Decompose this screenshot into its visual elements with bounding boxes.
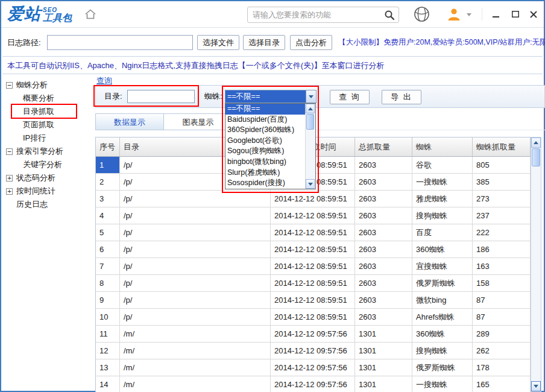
minimize-button[interactable] — [490, 9, 503, 20]
table-cell: 6 — [96, 241, 120, 258]
table-cell: 360蜘蛛 — [412, 326, 473, 343]
sidebar-item-time-stats[interactable]: +按时间统计 — [6, 185, 93, 198]
table-cell: 2603 — [355, 191, 412, 207]
dropdown-option[interactable]: ==不限== — [225, 104, 305, 115]
sidebar-item-status-code[interactable]: +状态码分析 — [6, 171, 93, 185]
dropdown-option[interactable]: Sosospider(搜搜) — [225, 178, 305, 189]
log-toolbar: 日志路径: 选择文件 选择目录 点击分析 【大小限制】免费用户:20M,爱站学员… — [2, 28, 543, 57]
table-cell: 5 — [96, 224, 120, 241]
chevron-down-icon[interactable] — [467, 13, 471, 16]
collapse-icon[interactable]: − — [6, 82, 13, 89]
table-row[interactable]: 12/m/2014-12-12 09:57:561301搜狗蜘蛛262 — [96, 343, 531, 359]
sidebar-item-keyword-analysis[interactable]: 关键字分析 — [6, 158, 93, 171]
dropdown-option[interactable]: Googlebot(谷歌) — [225, 136, 305, 147]
query-button[interactable]: 查 询 — [330, 90, 370, 104]
sidebar-item-ip-rank[interactable]: IP排行 — [6, 131, 93, 145]
sidebar-item-summary-analysis[interactable]: 概要分析 — [6, 92, 93, 105]
sidebar-item-page-crawl[interactable]: 页面抓取 — [6, 118, 93, 131]
dropdown-option[interactable]: bingbot(微软bing) — [225, 157, 305, 168]
table-row[interactable]: 7/p/2014-12-12 08:59:512603宜搜蜘蛛163 — [96, 258, 531, 275]
table-cell: 2 — [96, 174, 120, 191]
table-row[interactable]: 8/p/2014-12-12 08:59:512603俄罗斯蜘蛛158 — [96, 275, 531, 292]
table-row[interactable]: 6/p/2014-12-12 08:59:512603360蜘蛛186 — [96, 241, 531, 258]
log-path-input[interactable] — [47, 35, 193, 50]
user-icon[interactable] — [446, 7, 462, 24]
logo-text-primary: 爱站 — [7, 5, 41, 23]
table-cell: 1 — [96, 157, 120, 174]
sidebar-item-spider-analysis[interactable]: −蜘蛛分析 — [6, 78, 93, 92]
table-cell: /p/ — [120, 224, 271, 241]
table-cell: 165 — [473, 376, 531, 392]
select-dir-button[interactable]: 选择目录 — [243, 35, 285, 50]
combo-arrow-icon[interactable] — [306, 90, 316, 103]
table-cell: 163 — [473, 258, 531, 275]
table-row[interactable]: 13/m/2014-12-12 09:57:561301俄罗斯蜘蛛178 — [96, 359, 531, 376]
table-row[interactable]: 9/p/2014-12-12 08:59:512603微软bing87 — [96, 292, 531, 309]
dropdown-option[interactable]: Sogou(搜狗蜘蛛) — [225, 146, 305, 157]
table-cell: 1301 — [355, 343, 412, 359]
table-cell: 2014-12-12 08:59:51 — [271, 241, 355, 258]
sidebar-item-engine-analysis[interactable]: −搜索引擎分析 — [6, 145, 93, 158]
scrollbar-thumb[interactable] — [532, 148, 540, 166]
dropdown-scroll-up-icon[interactable] — [306, 104, 315, 113]
function-search-box — [247, 7, 399, 23]
table-cell: 2014-12-12 08:59:51 — [271, 309, 355, 326]
dir-label: 目录: — [104, 86, 122, 107]
spider-select[interactable]: ==不限== — [225, 90, 317, 103]
query-bar: 目录: 蜘蛛: ==不限== 查 询 导 出 — [95, 85, 545, 108]
expand-icon[interactable]: + — [6, 175, 13, 182]
sidebar-item-dir-crawl[interactable]: 目录抓取 — [6, 105, 93, 118]
table-row[interactable]: 3/p/2014-12-12 08:59:512603雅虎蜘蛛273 — [96, 191, 531, 207]
table-cell: 222 — [473, 224, 531, 241]
search-icon[interactable] — [380, 10, 399, 21]
globe-icon[interactable] — [414, 6, 430, 25]
dropdown-scrollbar-thumb[interactable] — [306, 114, 314, 130]
tab-chart-display[interactable]: 图表显示 — [164, 113, 233, 130]
home-icon[interactable] — [84, 8, 98, 21]
table-row[interactable]: 11/m/2014-12-12 09:57:561301360蜘蛛289 — [96, 326, 531, 343]
dropdown-option[interactable]: Slurp(雅虎蜘蛛) — [225, 168, 305, 179]
scroll-down-icon[interactable] — [531, 381, 541, 391]
analyze-button[interactable]: 点击分析 — [290, 35, 332, 50]
select-file-button[interactable]: 选择文件 — [197, 35, 239, 50]
table-row[interactable]: 14/m/2014-12-12 09:57:561301一搜蜘蛛165 — [96, 376, 531, 392]
dropdown-scroll-down-icon[interactable] — [306, 179, 315, 189]
export-button[interactable]: 导 出 — [382, 90, 421, 104]
scroll-up-icon[interactable] — [531, 138, 541, 148]
table-cell: 385 — [473, 174, 531, 191]
tab-data-display[interactable]: 数据显示 — [95, 113, 164, 130]
close-button[interactable] — [527, 9, 540, 20]
expand-icon[interactable]: + — [6, 188, 13, 195]
table-cell: 2603 — [355, 157, 412, 174]
table-cell: 2603 — [355, 241, 412, 258]
table-cell: 87 — [473, 292, 531, 309]
table-cell: 2603 — [355, 275, 412, 292]
collapse-icon[interactable]: − — [6, 148, 13, 155]
table-scrollbar[interactable] — [531, 137, 541, 392]
table-row[interactable]: 5/p/2014-12-12 08:59:512603百度222 — [96, 224, 531, 241]
table-row[interactable]: 4/p/2014-12-12 08:59:512603搜狗蜘蛛237 — [96, 207, 531, 224]
dropdown-option[interactable]: 360Spider(360蜘蛛) — [225, 125, 305, 136]
dir-input[interactable] — [127, 90, 195, 103]
table-cell: 2603 — [355, 224, 412, 241]
table-cell: 237 — [473, 207, 531, 224]
column-header: 总抓取量 — [355, 138, 412, 157]
query-section-label[interactable]: 查询 — [96, 75, 112, 86]
sidebar-item-history-log[interactable]: 历史日志 — [6, 198, 93, 211]
table-cell: 2014-12-12 08:59:51 — [271, 191, 355, 207]
dropdown-option[interactable]: Baiduspider(百度) — [225, 115, 305, 125]
table-cell: 2014-12-12 09:57:56 — [271, 376, 355, 392]
titlebar: 爱站 SEO 工具包 — [1, 1, 544, 28]
dropdown-scrollbar[interactable] — [305, 104, 315, 189]
column-header: 序号 — [96, 138, 120, 157]
table-cell: /p/ — [120, 207, 271, 224]
table-cell: 262 — [473, 343, 531, 359]
maximize-button[interactable] — [509, 9, 522, 20]
table-cell: 一搜蜘蛛 — [412, 174, 473, 191]
search-input[interactable] — [248, 10, 380, 19]
table-cell: 3 — [96, 191, 120, 207]
table-body: 1/p/2014-12-12 08:59:512603谷歌8052/p/2014… — [96, 157, 531, 392]
table-cell: 2014-12-12 08:59:51 — [271, 224, 355, 241]
table-row[interactable]: 10/p/2014-12-12 08:59:512603Ahrefs蜘蛛87 — [96, 309, 531, 326]
table-cell: /p/ — [120, 191, 271, 207]
